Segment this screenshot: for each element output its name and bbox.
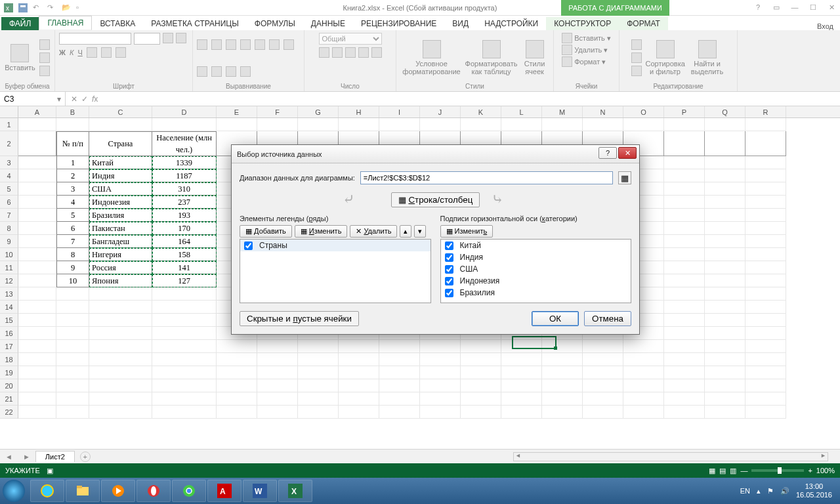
cell[interactable] <box>339 118 379 131</box>
help-icon[interactable]: ? <box>752 3 764 12</box>
cell[interactable]: Индия <box>89 169 152 182</box>
cell[interactable] <box>379 392 420 406</box>
align-center-icon[interactable] <box>284 39 294 50</box>
cell[interactable]: № п/п <box>56 131 89 156</box>
cell[interactable] <box>18 182 56 196</box>
indent-dec-icon[interactable] <box>211 66 222 77</box>
sheet-tab-active[interactable]: Лист2 <box>35 451 75 462</box>
cell[interactable] <box>339 366 379 379</box>
cell[interactable] <box>18 392 56 406</box>
category-checkbox[interactable] <box>445 277 453 285</box>
sheet-nav-prev-icon[interactable]: ◄ <box>0 453 18 461</box>
cell[interactable] <box>542 406 583 419</box>
cell[interactable] <box>623 379 664 392</box>
taskbar-excel-icon[interactable]: X <box>278 480 312 502</box>
cell[interactable] <box>18 169 56 182</box>
fill-color-icon[interactable] <box>101 47 112 58</box>
cell[interactable] <box>461 406 501 419</box>
close-icon[interactable]: ✕ <box>826 3 837 12</box>
new-icon[interactable]: ▫ <box>76 3 85 12</box>
font-color-icon[interactable] <box>116 47 126 58</box>
cell[interactable] <box>705 261 746 274</box>
category-checkbox[interactable] <box>445 265 453 274</box>
cell[interactable] <box>705 314 746 327</box>
cell[interactable] <box>56 379 89 392</box>
row-header[interactable]: 21 <box>0 392 18 406</box>
horizontal-scrollbar[interactable] <box>513 452 828 461</box>
cell[interactable] <box>379 406 420 419</box>
tab-view[interactable]: ВИД <box>444 17 476 30</box>
cell[interactable]: Бангладеш <box>89 235 152 248</box>
cell[interactable] <box>664 301 705 314</box>
row-header[interactable]: 2 <box>0 131 18 156</box>
cell[interactable] <box>664 366 705 379</box>
cell[interactable] <box>705 340 746 353</box>
cell[interactable] <box>746 118 786 131</box>
cell[interactable] <box>420 379 461 392</box>
tab-chart-design[interactable]: КОНСТРУКТОР <box>546 17 619 30</box>
cell[interactable] <box>89 406 152 419</box>
wrap-text-icon[interactable] <box>255 39 265 50</box>
cell[interactable] <box>746 340 786 353</box>
cell[interactable] <box>152 314 217 327</box>
cell[interactable] <box>705 287 746 301</box>
tab-file[interactable]: ФАЙЛ <box>1 17 39 30</box>
cell[interactable] <box>18 287 56 301</box>
cell[interactable]: 5 <box>56 209 89 222</box>
cell[interactable] <box>56 392 89 406</box>
tab-insert[interactable]: ВСТАВКА <box>92 17 143 30</box>
cell[interactable] <box>746 209 786 222</box>
cell[interactable] <box>623 392 664 406</box>
column-header[interactable]: E <box>217 106 257 117</box>
cell[interactable] <box>56 287 89 301</box>
cell[interactable]: Население (млн чел.) <box>152 131 217 156</box>
cell[interactable] <box>623 406 664 419</box>
sort-filter-button[interactable]: Сортировка и фильтр <box>646 40 685 75</box>
cell[interactable] <box>217 392 257 406</box>
column-header[interactable]: L <box>501 106 542 117</box>
cell[interactable] <box>705 235 746 248</box>
cell[interactable] <box>18 248 56 261</box>
row-header[interactable]: 3 <box>0 156 18 169</box>
cell[interactable] <box>542 118 583 131</box>
cell[interactable] <box>18 353 56 366</box>
switch-row-column-button[interactable]: ▦ ССтрока/столбецтрока/столбец <box>391 192 480 207</box>
cell[interactable] <box>217 379 257 392</box>
macro-record-icon[interactable]: ▣ <box>47 467 53 475</box>
move-series-down-button[interactable]: ▾ <box>414 225 426 238</box>
cell[interactable] <box>501 353 542 366</box>
cell[interactable] <box>705 301 746 314</box>
taskbar-explorer-icon[interactable] <box>66 480 100 502</box>
cell[interactable] <box>89 353 152 366</box>
column-header[interactable]: F <box>257 106 298 117</box>
page-layout-view-icon[interactable]: ▤ <box>719 467 726 475</box>
cell[interactable] <box>89 287 152 301</box>
row-header[interactable]: 5 <box>0 182 18 196</box>
cell[interactable]: 158 <box>152 248 217 261</box>
category-checkbox[interactable] <box>445 253 453 262</box>
row-header[interactable]: 1 <box>0 118 18 131</box>
cell[interactable] <box>664 353 705 366</box>
cell[interactable] <box>705 274 746 287</box>
cell[interactable]: Япония <box>89 274 152 287</box>
cell[interactable] <box>89 366 152 379</box>
open-icon[interactable]: 📂 <box>62 3 71 12</box>
taskbar-chrome-icon[interactable] <box>172 480 206 502</box>
chevron-down-icon[interactable]: ▾ <box>57 94 61 104</box>
sheet-nav-next-icon[interactable]: ► <box>18 453 35 461</box>
italic-button[interactable]: К <box>70 49 74 56</box>
cell[interactable] <box>379 353 420 366</box>
cell[interactable]: Пакистан <box>89 222 152 235</box>
dialog-titlebar[interactable]: Выбор источника данных ? ✕ <box>232 145 639 163</box>
cell[interactable] <box>664 406 705 419</box>
series-item[interactable]: Страны <box>240 240 430 251</box>
cell[interactable] <box>664 379 705 392</box>
cell[interactable] <box>501 118 542 131</box>
row-header[interactable]: 6 <box>0 196 18 209</box>
merge-icon[interactable] <box>240 66 251 77</box>
cell[interactable] <box>89 392 152 406</box>
cell[interactable] <box>623 366 664 379</box>
cell[interactable] <box>420 118 461 131</box>
cell[interactable] <box>18 406 56 419</box>
cell[interactable] <box>746 353 786 366</box>
